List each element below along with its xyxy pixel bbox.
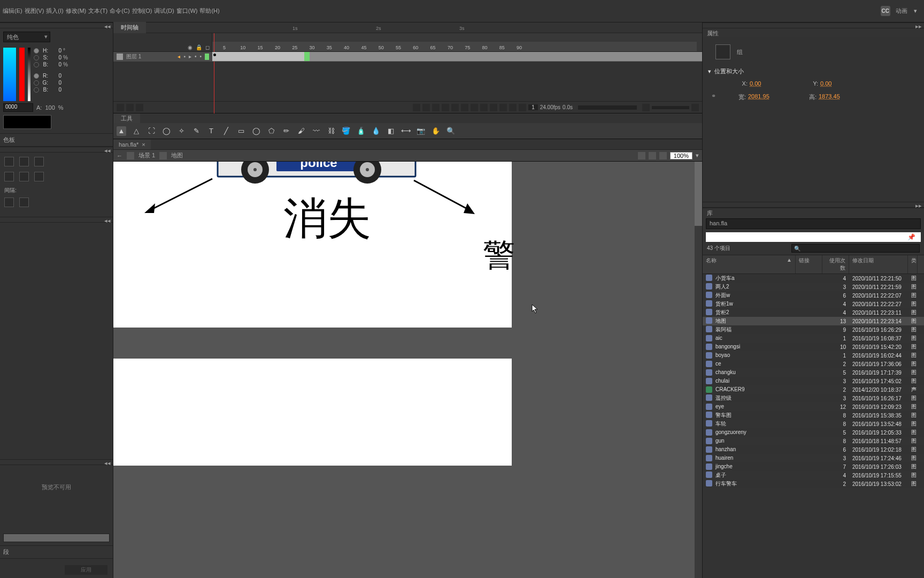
brightness-slider[interactable] [28,48,30,101]
document-tab[interactable]: han.fla* × [113,140,151,149]
camera-tool-icon[interactable]: 📷 [416,126,426,136]
scene-icon[interactable] [127,152,134,159]
library-item[interactable]: huairen32016/10/19 17:24:46图 [703,454,924,462]
zoom-tool-icon[interactable]: 🔍 [446,126,456,136]
polystar-tool-icon[interactable]: ⬠ [266,126,276,136]
library-item[interactable]: 货柜242020/10/11 22:23:11图 [703,308,924,317]
marker-range-icon[interactable] [519,104,526,111]
zoom-fit-icon[interactable] [691,104,699,111]
distribute-icon[interactable] [19,172,29,181]
library-item[interactable]: CRACKER922014/12/20 10:18:37声 [703,385,924,394]
pen-tool-icon[interactable]: ✎ [191,126,201,136]
hex-input[interactable]: 0000 [3,103,33,112]
step-fwd-icon[interactable] [461,104,468,111]
step-back-icon[interactable] [442,104,449,111]
library-item[interactable]: 两人232020/10/11 22:21:59图 [703,283,924,291]
eyedropper-tool-icon[interactable]: 💧 [371,126,381,136]
distribute-icon[interactable] [4,172,14,181]
menu-item[interactable]: 修改(M) [65,5,88,17]
tools-tab[interactable]: 工具 [113,113,140,123]
alpha-value[interactable]: 100 [45,104,55,111]
frames-area[interactable] [212,52,702,62]
onion-skin-icon[interactable] [490,104,497,111]
eraser-tool-icon[interactable]: ◧ [386,126,396,136]
menu-item[interactable]: 命令(C) [109,5,130,17]
panel-collapse[interactable]: ◂◂ [0,147,113,153]
hand-tool-icon[interactable]: ✋ [431,126,441,136]
eye-icon[interactable]: ◉ [188,44,192,50]
col-name[interactable]: 名称 ▲ [703,255,796,273]
layer-row[interactable]: 图层 1 ◂▪▸ •• [113,52,212,62]
edit-symbol-icon[interactable] [649,152,656,159]
canvas[interactable]: police 消失 警 [113,162,512,328]
rgb-radio[interactable] [34,73,39,79]
library-item[interactable]: aic12016/10/19 16:08:37图 [703,334,924,343]
library-tab[interactable]: 库 [703,208,924,216]
library-item[interactable]: 外面w62020/10/11 22:22:07图 [703,291,924,300]
panel-collapse[interactable]: ◂◂ [0,217,113,223]
loop-icon[interactable] [480,104,488,111]
menu-item[interactable]: 控制(O) [131,5,153,17]
selection-tool-icon[interactable]: ▲ [117,126,126,136]
oval-tool-icon[interactable]: ◯ [251,126,261,136]
rectangle-tool-icon[interactable]: ▭ [236,126,246,136]
library-item[interactable]: 小货车a42020/10/11 22:21:50图 [703,274,924,283]
delete-layer-icon[interactable] [136,104,143,111]
distribute-icon[interactable] [34,172,44,181]
menu-item[interactable]: 插入(I) [45,5,64,17]
zoom-dropdown[interactable]: 100% [670,152,692,159]
timeline-scrollbar[interactable] [578,105,637,110]
camera-icon[interactable] [413,104,420,111]
panel-collapse[interactable]: ▸▸ [703,22,924,28]
library-item[interactable]: chulai32016/10/19 17:45:02图 [703,377,924,385]
onion-outline-icon[interactable] [499,104,507,111]
chevron-down-icon[interactable]: ▾ [913,5,918,17]
library-item[interactable]: hanzhan62016/10/19 12:02:18图 [703,445,924,454]
align-icon[interactable] [19,157,29,166]
hsb-radio[interactable] [34,55,39,60]
library-search[interactable]: 🔍 [791,244,920,253]
playhead[interactable] [214,33,214,113]
section-toggle[interactable]: ▾位置和大小 [708,66,919,77]
rgb-radio[interactable] [34,87,39,93]
library-doc-dropdown[interactable]: han.fla [706,218,921,229]
col-use[interactable]: 使用次数 [822,255,849,273]
menu-item[interactable]: 视图(V) [24,5,45,17]
menu-item[interactable]: 帮助(H) [198,5,220,17]
chevron-down-icon[interactable]: ▾ [696,152,699,159]
align-icon[interactable] [34,157,44,166]
marker-icon[interactable] [422,104,430,111]
h-value[interactable]: 1873.45 [819,93,861,101]
timeline-tab[interactable]: 时间轴 [113,22,146,33]
goto-first-icon[interactable] [432,104,440,111]
spacing-icon[interactable] [4,197,14,207]
timeline-ruler[interactable]: 51015202530354045505560657075808590 1s2s… [212,33,702,51]
edit-scene-icon[interactable] [638,152,645,159]
free-transform-tool-icon[interactable]: ⛶ [147,126,156,136]
close-icon[interactable]: × [142,141,145,148]
play-icon[interactable] [451,104,459,111]
subselection-tool-icon[interactable]: △ [132,126,141,136]
library-item[interactable]: 桌子42016/10/19 17:15:55图 [703,471,924,480]
apply-button[interactable]: 应用 [65,565,107,575]
paint-brush-tool-icon[interactable]: 〰 [311,126,321,136]
text-tool-icon[interactable]: T [206,126,216,136]
library-item[interactable]: 装阿福92016/10/19 16:26:29图 [703,325,924,334]
menu-item[interactable]: 调试(D) [153,5,175,17]
spacing-icon[interactable] [19,197,29,207]
lasso-tool-icon[interactable]: ◯ [161,126,171,136]
magic-wand-tool-icon[interactable]: ✧ [176,126,186,136]
ink-bottle-tool-icon[interactable]: 🧴 [356,126,366,136]
sync-settings-icon[interactable]: CC [881,6,890,16]
y-value[interactable]: 0.00 [820,80,863,87]
fps-display[interactable]: 24.00fps [540,104,560,110]
canvas-second[interactable] [113,359,512,466]
width-tool-icon[interactable]: ⟷ [401,126,411,136]
hsb-radio[interactable] [34,62,39,67]
library-item[interactable]: bangongsi102016/10/19 15:42:20图 [703,343,924,351]
history-header[interactable]: 段 [0,545,113,559]
paint-bucket-tool-icon[interactable]: 🪣 [341,126,351,136]
center-frame-icon[interactable] [642,104,650,111]
menu-item[interactable]: 窗口(W) [175,5,199,17]
library-item[interactable]: 遥控级32016/10/19 16:26:17图 [703,394,924,402]
